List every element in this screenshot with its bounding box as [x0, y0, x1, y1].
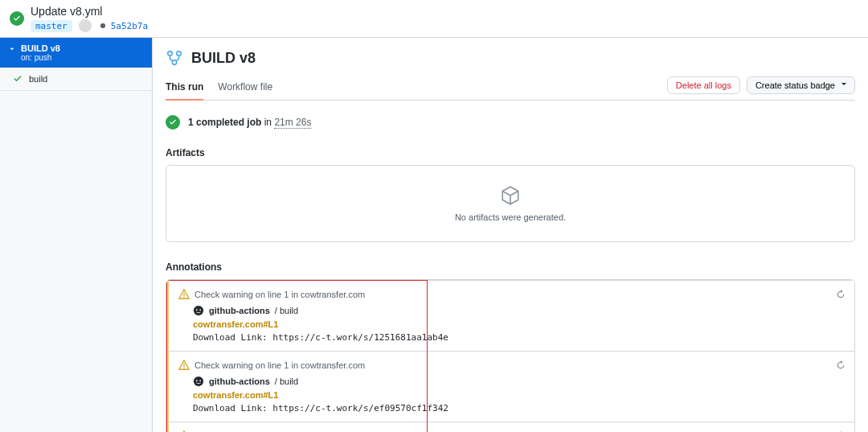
svg-point-4 [194, 306, 203, 315]
create-status-badge-button[interactable]: Create status badge [747, 76, 855, 94]
check-icon [166, 115, 180, 130]
duration[interactable]: 21m 26s [274, 117, 311, 129]
branch-badge[interactable]: master [31, 20, 72, 32]
annotation-job: build [280, 376, 298, 386]
sidebar-item-label: build [29, 74, 47, 84]
sidebar-workflow-title: BUILD v8 [21, 43, 60, 53]
annotation-actor[interactable]: github-actions [209, 306, 270, 315]
commit-topbar: Update v8.yml master 5a52b7a [0, 0, 868, 38]
annotation-file-link[interactable]: cowtransfer.com#L1 [193, 390, 845, 400]
rerun-icon[interactable] [835, 289, 846, 300]
annotation-message: Download Link: https://c-t.work/s/ef0957… [193, 403, 845, 413]
package-icon [500, 185, 521, 206]
sidebar-workflow-trigger: on: push [21, 53, 60, 62]
github-actions-icon [193, 305, 204, 316]
annotation-file-link[interactable]: cowtransfer.com#L1 [193, 319, 845, 329]
svg-point-6 [199, 309, 201, 311]
sidebar-job-build[interactable]: build [0, 68, 152, 91]
annotation-item[interactable]: Check warning on line 1 in cowtransfer.c… [166, 422, 854, 432]
annotation-actor[interactable]: github-actions [209, 376, 270, 386]
status-check-icon [10, 11, 24, 26]
workflow-icon [166, 49, 183, 67]
chevron-down-icon [8, 45, 16, 53]
artifacts-heading: Artifacts [166, 147, 855, 158]
job-summary: 1 completed job in 21m 26s [166, 115, 855, 130]
commit-sha-link[interactable]: 5a52b7a [98, 21, 148, 31]
annotation-message: Download Link: https://c-t.work/s/125168… [193, 332, 845, 343]
warning-icon [178, 289, 190, 300]
annotation-item[interactable]: Check warning on line 1 in cowtransfer.c… [166, 280, 854, 351]
delete-logs-button[interactable]: Delete all logs [667, 76, 740, 94]
page-title: BUILD v8 [191, 50, 256, 67]
main-content: BUILD v8 This run Workflow file Delete a… [153, 38, 868, 432]
rerun-icon[interactable] [835, 360, 846, 371]
avatar [79, 19, 92, 32]
github-actions-icon [193, 376, 204, 387]
annotations-list: Check warning on line 1 in cowtransfer.c… [166, 279, 855, 432]
svg-point-9 [199, 380, 201, 381]
tab-this-run[interactable]: This run [166, 75, 203, 101]
warning-icon [178, 360, 190, 371]
artifacts-empty-box: No artifacts were generated. [166, 165, 855, 242]
annotation-item[interactable]: Check warning on line 1 in cowtransfer.c… [166, 351, 854, 422]
artifacts-empty-text: No artifacts were generated. [186, 212, 835, 222]
commit-title: Update v8.yml [31, 5, 148, 18]
tabs: This run Workflow file [166, 75, 272, 100]
sidebar-workflow-header[interactable]: BUILD v8 on: push [0, 38, 152, 68]
sidebar: BUILD v8 on: push build [0, 38, 153, 432]
svg-point-8 [196, 380, 198, 381]
svg-point-2 [177, 51, 182, 56]
completed-job-count: 1 completed job [188, 117, 261, 128]
tab-workflow-file[interactable]: Workflow file [218, 75, 272, 100]
annotation-job: build [280, 306, 298, 315]
svg-point-5 [196, 309, 198, 311]
svg-point-1 [168, 51, 173, 56]
check-icon [13, 74, 23, 84]
svg-point-7 [194, 376, 203, 386]
commit-icon [98, 21, 108, 31]
annotations-heading: Annotations [166, 261, 855, 273]
annotation-head: Check warning on line 1 in cowtransfer.c… [194, 360, 365, 370]
annotation-head: Check warning on line 1 in cowtransfer.c… [194, 290, 365, 299]
svg-point-3 [172, 60, 177, 65]
